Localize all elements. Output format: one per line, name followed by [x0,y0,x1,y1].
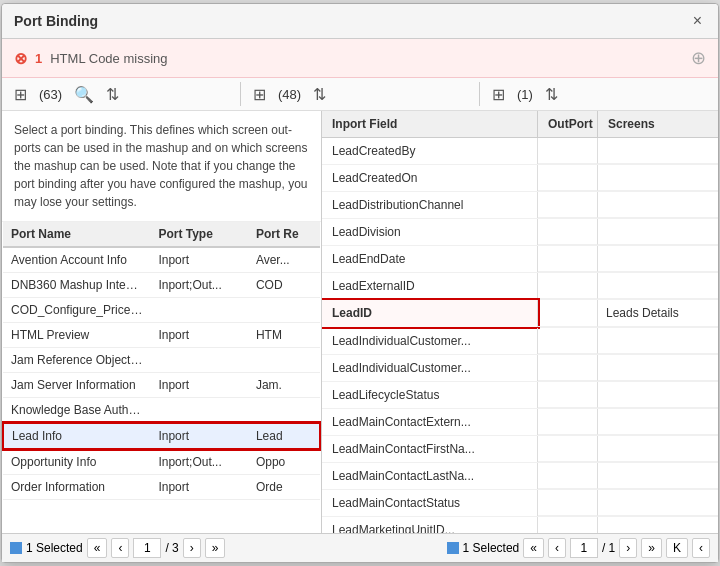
port-name-cell: Jam Server Information [3,373,150,398]
grid-icon-left[interactable]: ⊞ [10,83,31,106]
screens-cell [598,355,718,381]
page-separator-left: / 3 [165,541,178,555]
list-item[interactable]: LeadDivision [322,219,718,246]
table-row[interactable]: Jam Server InformationInportJam. [3,373,320,398]
port-type-cell [150,348,248,373]
page-input-left[interactable] [133,538,161,558]
col-outport: OutPort [538,111,598,137]
inport-field-cell: LeadMarketingUnitID... [322,517,538,533]
list-item[interactable]: LeadMainContactFirstNa... [322,436,718,463]
list-item[interactable]: LeadEndDate [322,246,718,273]
list-item[interactable]: LeadDistributionChannel [322,192,718,219]
port-type-cell [150,298,248,323]
prev-page-left[interactable]: ‹ [111,538,129,558]
page-separator-right: / 1 [602,541,615,555]
next-page-right[interactable]: › [619,538,637,558]
list-item[interactable]: LeadMainContactLastNa... [322,463,718,490]
table-row[interactable]: Order InformationInportOrde [3,475,320,500]
list-item[interactable]: LeadMainContactStatus [322,490,718,517]
outport-cell [538,409,598,435]
col-port-ref: Port Re [248,222,320,247]
close-button[interactable]: × [689,12,706,30]
table-row[interactable]: Knowledge Base Authen... [3,398,320,424]
outport-cell [538,328,598,354]
grid-icon-mid[interactable]: ⊞ [249,83,270,106]
port-ref-cell [248,398,320,424]
port-ref-cell [248,298,320,323]
right-panel: Inport Field OutPort Screens LeadCreated… [322,111,718,533]
list-item[interactable]: LeadCreatedBy [322,138,718,165]
port-ref-cell: HTM [248,323,320,348]
last-page-left[interactable]: » [205,538,226,558]
error-expand-icon[interactable]: ⊕ [691,47,706,69]
outport-cell [538,436,598,462]
outport-cell [538,219,598,245]
port-type-cell: Inport [150,323,248,348]
sort-icon-left[interactable]: ⇅ [102,83,123,106]
screens-cell [598,273,718,299]
sort-icon-mid[interactable]: ⇅ [309,83,330,106]
right-rows: LeadCreatedByLeadCreatedOnLeadDistributi… [322,138,718,533]
table-row[interactable]: COD_Configure_Price_... [3,298,320,323]
toolbar: ⊞ (63) 🔍 ⇅ ⊞ (48) ⇅ ⊞ (1) ⇅ [2,78,718,111]
col-screens: Screens [598,111,718,137]
port-name-cell: HTML Preview [3,323,150,348]
table-row[interactable]: Avention Account InfoInportAver... [3,247,320,273]
page-input-right[interactable] [570,538,598,558]
port-name-cell: Opportunity Info [3,449,150,475]
search-icon[interactable]: 🔍 [70,83,98,106]
selected-label-right: 1 Selected [463,541,520,555]
inport-field-cell: LeadLifecycleStatus [322,382,538,408]
inport-field-cell: LeadIndividualCustomer... [322,355,538,381]
port-ref-cell: Oppo [248,449,320,475]
port-type-cell: Inport [150,475,248,500]
table-row[interactable]: DNB360 Mashup Integra...Inport;Out...COD [3,273,320,298]
list-item[interactable]: LeadIndividualCustomer... [322,328,718,355]
first-page-right[interactable]: « [523,538,544,558]
outport-cell [538,463,598,489]
last-page-right[interactable]: » [641,538,662,558]
list-item[interactable]: LeadLifecycleStatus [322,382,718,409]
dialog-title: Port Binding [14,13,98,29]
inport-field-cell: LeadEndDate [322,246,538,272]
list-item[interactable]: LeadIndividualCustomer... [322,355,718,382]
pagination-right: 1 Selected « ‹ / 1 › » K ‹ [447,538,710,558]
port-ref-cell: COD [248,273,320,298]
toolbar-left: ⊞ (63) 🔍 ⇅ [10,83,232,106]
pagination-bar: 1 Selected « ‹ / 3 › » 1 Selected « ‹ / … [2,533,718,562]
screens-cell [598,463,718,489]
error-count: 1 [35,51,42,66]
table-row[interactable]: Opportunity InfoInport;Out...Oppo [3,449,320,475]
list-item[interactable]: LeadMainContactExtern... [322,409,718,436]
next-page-left[interactable]: › [183,538,201,558]
list-item[interactable]: LeadExternalID [322,273,718,300]
inport-field-cell: LeadMainContactStatus [322,490,538,516]
sort-icon-right[interactable]: ⇅ [541,83,562,106]
inport-field-cell: LeadMainContactFirstNa... [322,436,538,462]
screens-cell [598,328,718,354]
extra-right-btn[interactable]: ‹ [692,538,710,558]
port-name-cell: COD_Configure_Price_... [3,298,150,323]
port-binding-dialog: Port Binding × ⊗ 1 HTML Code missing ⊕ ⊞… [1,3,719,563]
list-item[interactable]: LeadMarketingUnitID... [322,517,718,533]
port-type-cell: Inport;Out... [150,273,248,298]
screens-cell [598,409,718,435]
first-page-left[interactable]: « [87,538,108,558]
outport-cell [538,192,598,218]
list-item[interactable]: LeadIDLeads Details [322,300,718,328]
prev-page-right[interactable]: ‹ [548,538,566,558]
table-row[interactable]: HTML PreviewInportHTM [3,323,320,348]
port-type-cell: Inport [150,247,248,273]
grid-icon-right[interactable]: ⊞ [488,83,509,106]
inport-field-cell: LeadID [322,300,538,327]
title-bar: Port Binding × [2,4,718,39]
toolbar-divider-2 [479,82,480,106]
port-type-cell: Inport;Out... [150,449,248,475]
outport-cell [538,165,598,191]
far-right-btn[interactable]: K [666,538,688,558]
selected-indicator-right [447,542,459,554]
toolbar-middle: ⊞ (48) ⇅ [249,83,471,106]
table-row[interactable]: Lead InfoInportLead [3,423,320,449]
list-item[interactable]: LeadCreatedOn [322,165,718,192]
table-row[interactable]: Jam Reference Object In... [3,348,320,373]
